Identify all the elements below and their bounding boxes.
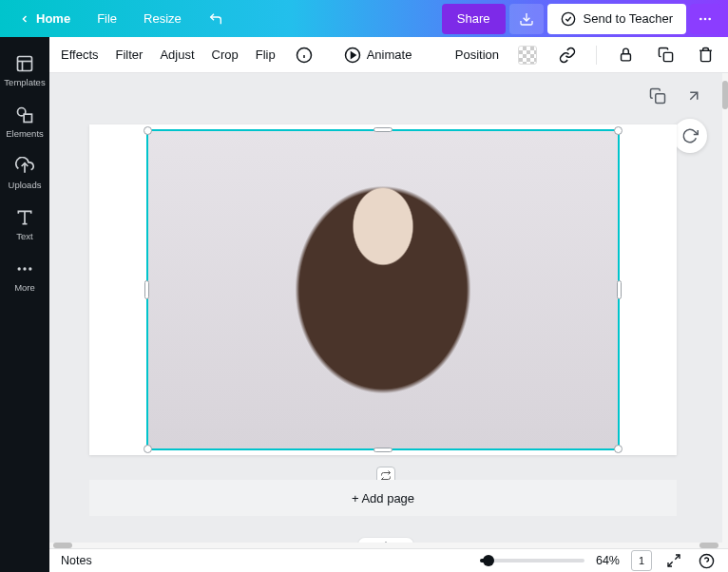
sidebar-item-more[interactable]: More: [0, 250, 49, 301]
svg-point-1: [562, 12, 574, 25]
resize-handle-left[interactable]: [144, 280, 149, 299]
sidebar-item-elements[interactable]: Elements: [0, 96, 49, 147]
transparency-button[interactable]: [516, 44, 539, 67]
send-to-teacher-button[interactable]: Send to Teacher: [547, 4, 686, 34]
svg-rect-22: [663, 52, 672, 61]
templates-icon: [15, 54, 34, 73]
resize-label: Resize: [144, 11, 182, 26]
flip-button[interactable]: Flip: [256, 48, 276, 62]
svg-rect-23: [656, 94, 665, 104]
context-toolbar: Effects Filter Adjust Crop Flip Animate …: [49, 37, 728, 73]
animate-icon: [344, 47, 361, 64]
add-page-label: + Add page: [352, 491, 414, 505]
adjust-button[interactable]: Adjust: [160, 48, 194, 62]
resize-handle-bottom-left[interactable]: [144, 445, 152, 453]
sidebar-item-label: Uploads: [9, 180, 42, 190]
svg-point-3: [704, 17, 707, 20]
lock-icon: [618, 47, 634, 63]
transparency-icon: [518, 46, 537, 65]
zoom-value[interactable]: 64%: [596, 554, 620, 567]
sidebar-item-text[interactable]: Text: [0, 199, 49, 250]
effects-button[interactable]: Effects: [61, 48, 99, 62]
canvas-area[interactable]: + Add page: [49, 73, 722, 548]
link-button[interactable]: [556, 44, 579, 67]
sidebar-item-label: More: [14, 282, 35, 293]
zoom-slider[interactable]: [480, 559, 584, 562]
svg-point-15: [29, 267, 31, 270]
zoom-track[interactable]: [480, 559, 584, 562]
top-bar: Home File Resize Share Send to Teacher: [0, 0, 728, 37]
info-icon: [296, 47, 313, 64]
resize-handle-bottom[interactable]: [374, 448, 393, 452]
sidebar-item-uploads[interactable]: Uploads: [0, 147, 49, 199]
animate-button[interactable]: Animate: [344, 47, 412, 64]
share-button[interactable]: Share: [442, 4, 506, 34]
design-page[interactable]: [89, 124, 677, 455]
duplicate-page-button[interactable]: [646, 85, 669, 107]
svg-line-24: [675, 555, 680, 560]
svg-point-4: [708, 17, 711, 20]
svg-point-13: [18, 267, 21, 270]
refresh-button[interactable]: [673, 119, 707, 153]
vertical-scrollbar[interactable]: [722, 73, 728, 548]
more-menu-button[interactable]: [690, 4, 720, 34]
selected-image[interactable]: [146, 129, 620, 450]
svg-rect-21: [621, 54, 630, 61]
sidebar-item-label: Elements: [6, 128, 44, 139]
resize-handle-bottom-right[interactable]: [614, 445, 623, 453]
position-button[interactable]: Position: [455, 48, 499, 62]
svg-rect-5: [18, 56, 32, 70]
zoom-knob[interactable]: [483, 555, 494, 566]
resize-handle-top-left[interactable]: [144, 126, 152, 135]
bottom-bar: Notes 64% 1: [49, 548, 728, 572]
add-page-button[interactable]: + Add page: [89, 480, 677, 516]
help-icon: [699, 553, 715, 569]
dots-horizontal-icon: [698, 11, 713, 27]
left-sidebar: Templates Elements Uploads Text More: [0, 37, 49, 572]
send-teacher-label: Send to Teacher: [584, 11, 673, 26]
notes-button[interactable]: Notes: [61, 554, 92, 567]
undo-icon: [208, 11, 223, 27]
resize-handle-top[interactable]: [374, 127, 393, 132]
home-label: Home: [36, 11, 70, 26]
duplicate-button[interactable]: [654, 44, 677, 67]
external-icon: [685, 87, 702, 105]
resize-handle-right[interactable]: [617, 280, 622, 299]
elements-icon: [15, 105, 34, 124]
open-external-button[interactable]: [682, 85, 705, 107]
resize-menu[interactable]: Resize: [132, 6, 193, 32]
text-icon: [15, 208, 34, 227]
svg-line-25: [668, 562, 673, 566]
sidebar-item-label: Templates: [4, 77, 45, 87]
sidebar-item-templates[interactable]: Templates: [0, 45, 49, 96]
check-circle-icon: [561, 11, 576, 27]
dots-horizontal-icon: [15, 259, 34, 278]
filter-button[interactable]: Filter: [116, 48, 144, 62]
download-button[interactable]: [509, 4, 544, 34]
uploads-icon: [15, 157, 34, 176]
share-label: Share: [457, 11, 490, 26]
help-button[interactable]: [696, 550, 717, 571]
undo-button[interactable]: [197, 6, 235, 32]
lock-button[interactable]: [614, 44, 637, 67]
svg-marker-20: [351, 52, 355, 58]
duplicate-icon: [658, 47, 674, 63]
delete-button[interactable]: [694, 44, 717, 67]
download-icon: [519, 11, 534, 27]
animate-label: Animate: [367, 48, 412, 62]
home-button[interactable]: Home: [8, 6, 82, 32]
scrollbar-thumb[interactable]: [722, 81, 728, 109]
file-menu[interactable]: File: [86, 6, 128, 32]
refresh-icon: [681, 127, 699, 144]
crop-button[interactable]: Crop: [212, 48, 239, 62]
info-button[interactable]: [293, 44, 316, 67]
svg-point-2: [699, 17, 702, 20]
trash-icon: [698, 47, 714, 63]
file-label: File: [97, 11, 117, 26]
sidebar-item-label: Text: [16, 231, 32, 241]
fullscreen-button[interactable]: [663, 550, 684, 571]
copy-icon: [649, 87, 666, 105]
resize-handle-top-right[interactable]: [614, 126, 623, 135]
page-count-badge[interactable]: 1: [631, 550, 652, 571]
link-icon: [559, 47, 576, 64]
